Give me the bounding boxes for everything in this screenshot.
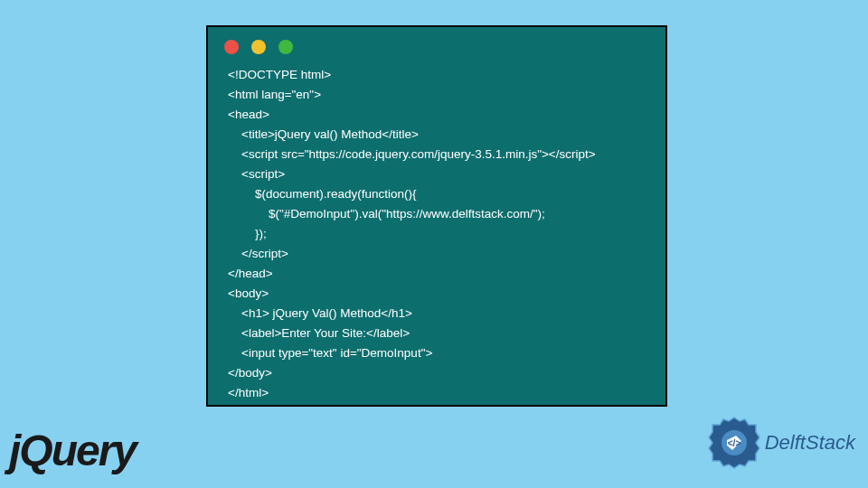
maximize-icon bbox=[278, 40, 293, 54]
delftstack-text: DelftStack bbox=[765, 431, 855, 455]
close-icon bbox=[224, 40, 239, 54]
code-window: <!DOCTYPE html> <html lang="en"> <head> … bbox=[206, 25, 667, 407]
delftstack-logo: </> DelftStack bbox=[707, 416, 855, 470]
svg-text:</>: </> bbox=[728, 438, 741, 448]
minimize-icon bbox=[251, 40, 266, 54]
window-controls bbox=[208, 27, 665, 61]
jquery-logo: jQuery bbox=[9, 426, 136, 475]
delftstack-gear-icon: </> bbox=[707, 416, 761, 470]
code-content: <!DOCTYPE html> <html lang="en"> <head> … bbox=[208, 61, 665, 407]
